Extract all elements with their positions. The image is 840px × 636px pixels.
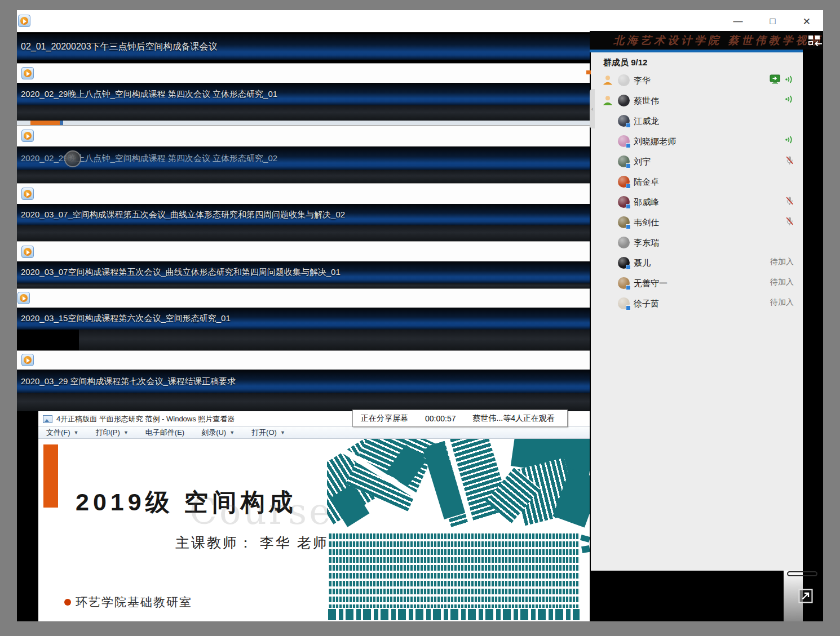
video-body — [17, 170, 590, 183]
member-avatar — [618, 297, 630, 309]
video-title-bar: 02_01_20200203下午三点钟后空间构成备课会议 — [17, 34, 590, 60]
video-title: 2020_03_07_空间构成课程第五次会议_曲线立体形态研究和第四周问题收集与… — [21, 210, 345, 220]
member-name: 聂儿 — [634, 258, 651, 269]
desktop-background: { "colors": { "frame_gray": "#7f7f7f", "… — [0, 0, 840, 636]
background-fragment — [586, 70, 591, 74]
member-row[interactable]: 聂儿待加入 — [591, 253, 803, 273]
member-avatar — [618, 277, 630, 289]
video-title: 2020_03_29 空间构成课程第七次会议_课程结课正稿要求 — [21, 376, 236, 387]
member-name: 刘晓娜老师 — [634, 136, 676, 147]
share-status-text: 正在分享屏幕 — [361, 413, 408, 424]
player-slider-outline — [787, 571, 817, 576]
menu-item-4[interactable]: 刻录(U)▼ — [201, 428, 235, 438]
menu-item-label: 打开(O) — [251, 428, 277, 438]
expand-icon[interactable] — [798, 589, 813, 603]
video-letterbox — [17, 330, 79, 350]
menu-caret-icon: ▼ — [280, 430, 285, 435]
progress-buffer — [60, 121, 63, 125]
member-avatar — [618, 237, 630, 248]
media-player-icon[interactable] — [21, 188, 34, 200]
member-row[interactable]: 蔡世伟 — [591, 91, 803, 111]
mobile-online-badge — [626, 285, 631, 290]
menu-caret-icon: ▼ — [123, 430, 129, 435]
menu-item-5[interactable]: 打开(O)▼ — [251, 428, 285, 438]
photo-viewer-title: 4开正稿版面 平面形态研究 范例 - Windows 照片查看器 — [56, 414, 235, 424]
menu-item-label: 电子邮件(E) — [145, 428, 184, 438]
mobile-online-badge — [626, 204, 631, 209]
layout-dock-icon[interactable] — [807, 34, 823, 48]
menu-item-3[interactable]: 电子邮件(E) — [145, 428, 184, 438]
member-avatar — [618, 196, 630, 208]
member-row[interactable]: 陆金卓 — [591, 172, 803, 192]
close-button[interactable]: ✕ — [803, 16, 811, 28]
media-player-icon[interactable] — [17, 292, 30, 304]
member-name: 江威龙 — [634, 116, 659, 127]
photo-viewer-menubar: 文件(F)▼打印(P)▼电子邮件(E)刻录(U)▼打开(O)▼ — [38, 427, 590, 439]
member-row[interactable]: 刘晓娜老师 — [591, 131, 803, 152]
member-row[interactable]: 江威龙 — [591, 111, 803, 131]
webcam-ghost-icon — [64, 150, 81, 167]
muted-mic-icon — [785, 196, 794, 206]
minimize-button[interactable]: — — [733, 16, 742, 27]
member-avatar — [618, 115, 630, 127]
menu-caret-icon: ▼ — [229, 430, 235, 435]
member-avatar — [618, 176, 630, 188]
menu-item-label: 文件(F) — [46, 428, 70, 438]
member-name: 刘宇 — [634, 157, 651, 167]
media-player-icon[interactable] — [21, 130, 34, 142]
media-player-icon[interactable] — [18, 15, 30, 27]
photo-viewer-icon — [43, 415, 52, 423]
slide-teacher-line: 主课教师： 李华 老师 — [175, 533, 329, 552]
member-avatar — [618, 155, 630, 167]
video-watermark-strip: 北海艺术设计学院 蔡世伟教学视频 — [590, 31, 823, 50]
member-avatar — [618, 74, 630, 86]
video-title: 2020_03_15空间构成课程第六次会议_空间形态研究_01 — [21, 313, 231, 324]
muted-mic-icon — [785, 155, 794, 165]
player-window-strip — [17, 350, 590, 370]
app-window: — □ ✕ 02_01_20200203下午三点钟后空间构成备课会议 2020_… — [17, 10, 823, 621]
mobile-online-badge — [626, 143, 631, 148]
progress-played — [30, 121, 60, 125]
shared-slide: Course 2019级 空间构成 主课教师： 李华 老师 环艺学院基础教研室 — [38, 439, 590, 621]
member-row[interactable]: 韦剑仕 — [591, 212, 803, 233]
slide-watermark: Course — [189, 491, 333, 532]
member-row[interactable]: 刘宇 — [591, 152, 803, 172]
player-window-strip — [17, 125, 590, 146]
media-player-icon[interactable] — [21, 246, 34, 258]
member-row[interactable]: 无善守一待加入 — [591, 273, 803, 293]
window-titlebar: — □ ✕ — [17, 10, 823, 33]
slide-bullet-text: 环艺学院基础教研室 — [76, 594, 192, 610]
menu-item-2[interactable]: 打印(P)▼ — [96, 428, 129, 438]
map-grid-rows — [328, 533, 580, 608]
admin-person-icon — [602, 95, 613, 108]
mobile-online-badge — [626, 305, 631, 310]
video-title: 02_01_20200203下午三点钟后空间构成备课会议 — [21, 41, 218, 53]
share-timer: 00:00:57 — [425, 414, 456, 423]
city-map-graphic — [327, 439, 590, 621]
members-header: 群成员 9/12 — [603, 57, 647, 68]
screen-share-toolbar: 正在分享屏幕 00:00:57 蔡世伟...等4人正在观看 — [352, 410, 568, 427]
mobile-online-badge — [626, 123, 631, 128]
player-window-strip — [17, 183, 590, 204]
map-chunky-row — [328, 609, 580, 620]
seek-bar[interactable] — [17, 121, 590, 125]
member-name: 邵威峰 — [634, 197, 659, 208]
member-row[interactable]: 徐子茵待加入 — [591, 293, 803, 314]
member-avatar — [618, 257, 630, 269]
member-row[interactable]: 邵威峰 — [591, 192, 803, 212]
video-title-bar: 2020_02_29晚上八点钟_空间构成课程 第四次会议 立体形态研究_02 — [17, 146, 590, 170]
panel-collapse-handle[interactable]: ‹ — [590, 89, 595, 128]
menu-item-1[interactable]: 文件(F)▼ — [46, 428, 79, 438]
member-row[interactable]: 李华 — [591, 70, 803, 91]
video-title-bar: 2020_02_29晚上八点钟_空间构成课程 第四次会议 立体形态研究_01 — [17, 83, 590, 105]
member-row[interactable]: 李东瑞 — [591, 233, 803, 253]
media-player-icon[interactable] — [21, 354, 34, 366]
media-player-icon[interactable] — [21, 67, 34, 79]
video-body — [17, 330, 590, 350]
maximize-button[interactable]: □ — [770, 16, 775, 27]
calligraphy-watermark: 北海艺术设计学院 蔡世伟教学视频 — [613, 33, 823, 48]
mobile-online-badge — [626, 163, 631, 168]
slide-accent-bar — [43, 444, 58, 508]
video-body — [17, 225, 590, 241]
pending-status: 待加入 — [770, 257, 794, 267]
